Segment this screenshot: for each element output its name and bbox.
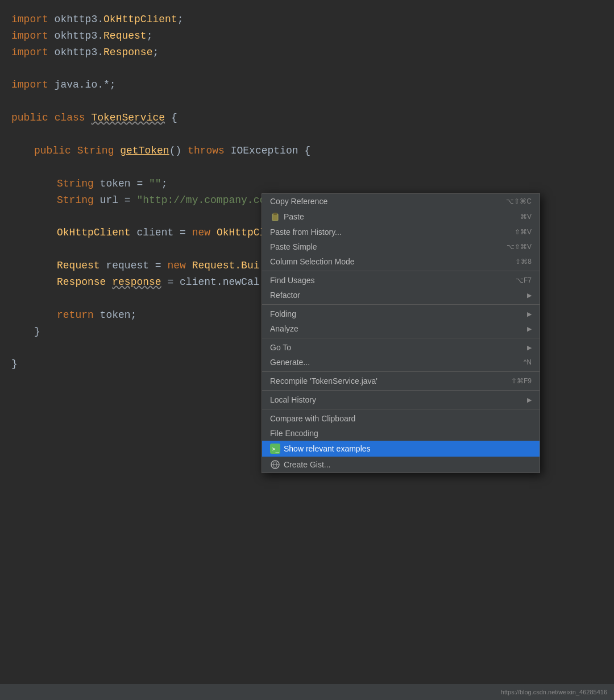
submenu-arrow-analyze: ▶ xyxy=(527,325,532,333)
menu-item-recompile[interactable]: Recompile 'TokenService.java' ⇧⌘F9 xyxy=(262,374,540,388)
menu-item-local-history[interactable]: Local History ▶ xyxy=(262,392,540,407)
context-menu: Copy Reference ⌥⇧⌘C Paste ⌘V Paste from … xyxy=(262,193,540,473)
menu-item-show-examples[interactable]: >_ Show relevant examples xyxy=(262,441,540,457)
menu-item-paste[interactable]: Paste ⌘V xyxy=(262,209,540,225)
menu-item-go-to[interactable]: Go To ▶ xyxy=(262,340,540,355)
status-bar-url: https://blog.csdn.net/weixin_46285416 xyxy=(501,689,607,695)
submenu-arrow-folding: ▶ xyxy=(527,310,532,318)
code-line-3: import okhttp3.Response; xyxy=(11,44,614,61)
menu-item-find-usages[interactable]: Find Usages ⌥F7 xyxy=(262,273,540,288)
menu-item-generate[interactable]: Generate... ^N xyxy=(262,355,540,370)
separator-6 xyxy=(262,409,540,409)
menu-item-compare-clipboard[interactable]: Compare with Clipboard xyxy=(262,411,540,426)
github-icon xyxy=(270,459,280,470)
code-line-5: import java.io.*; xyxy=(11,77,614,93)
code-line-4 xyxy=(11,60,614,77)
terminal-icon: >_ xyxy=(270,444,280,454)
svg-rect-1 xyxy=(273,213,277,215)
status-bar: https://blog.csdn.net/weixin_46285416 xyxy=(0,684,614,700)
svg-text:>_: >_ xyxy=(272,445,280,453)
menu-item-copy-reference[interactable]: Copy Reference ⌥⇧⌘C xyxy=(262,194,540,209)
separator-1 xyxy=(262,271,540,271)
separator-2 xyxy=(262,304,540,305)
separator-4 xyxy=(262,371,540,372)
code-line-1: import okhttp3.OkHttpClient; xyxy=(11,11,614,28)
separator-5 xyxy=(262,390,540,391)
menu-item-column-selection[interactable]: Column Selection Mode ⇧⌘8 xyxy=(262,254,540,269)
menu-item-file-encoding[interactable]: File Encoding xyxy=(262,426,540,441)
submenu-arrow-history: ▶ xyxy=(527,396,532,404)
code-line-8 xyxy=(11,126,614,143)
menu-item-paste-from-history[interactable]: Paste from History... ⇧⌘V xyxy=(262,225,540,239)
submenu-arrow-goto: ▶ xyxy=(527,344,532,351)
code-line-2: import okhttp3.Request; xyxy=(11,28,614,44)
code-line-9: public String getToken() throws IOExcept… xyxy=(11,143,614,159)
menu-item-refactor[interactable]: Refactor ▶ xyxy=(262,288,540,303)
menu-item-create-gist[interactable]: Create Gist... xyxy=(262,457,540,473)
separator-3 xyxy=(262,338,540,338)
code-line-10 xyxy=(11,159,614,176)
code-line-6 xyxy=(11,93,614,110)
submenu-arrow: ▶ xyxy=(527,292,532,299)
code-line-11: String token = ""; xyxy=(11,176,614,192)
menu-item-analyze[interactable]: Analyze ▶ xyxy=(262,321,540,336)
code-line-7: public class TokenService { xyxy=(11,110,614,126)
menu-item-paste-simple[interactable]: Paste Simple ⌥⇧⌘V xyxy=(262,239,540,254)
menu-item-folding[interactable]: Folding ▶ xyxy=(262,306,540,321)
clipboard-icon xyxy=(270,212,280,222)
